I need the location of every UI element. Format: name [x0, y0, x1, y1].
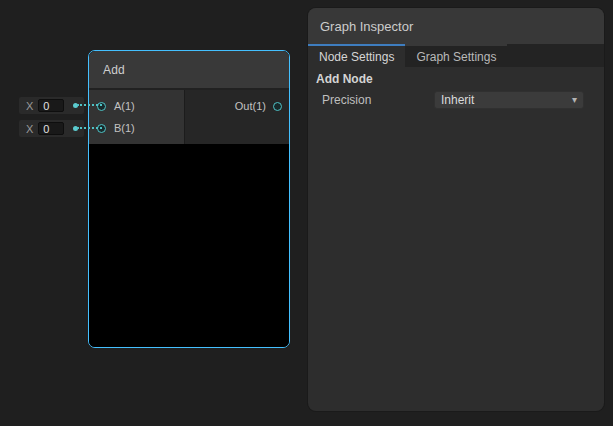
edge-dashed-line-a — [77, 104, 102, 106]
input-port-a-icon[interactable] — [97, 102, 106, 111]
output-port-label: Out(1) — [235, 100, 266, 112]
input-port-a[interactable]: A(1) — [89, 95, 184, 117]
port-a-value-field[interactable]: 0 — [38, 99, 64, 112]
node-title: Add — [103, 63, 125, 77]
port-input-widget-b: X 0 — [19, 120, 84, 137]
graph-inspector-titlebar[interactable]: Graph Inspector — [308, 8, 604, 44]
node-input-ports: A(1) B(1) — [89, 90, 184, 144]
inspector-content: Add Node Precision Inherit ▾ — [308, 67, 604, 411]
precision-label: Precision — [322, 93, 434, 107]
port-b-value-field[interactable]: 0 — [38, 122, 64, 135]
port-input-widget-a: X 0 — [19, 97, 84, 114]
inspector-tab-bar: Node Settings Graph Settings — [308, 44, 604, 67]
edge-dashed-line-b — [77, 127, 102, 129]
precision-dropdown-value: Inherit — [441, 93, 474, 107]
node-output-ports: Out(1) — [184, 90, 289, 144]
output-port-icon[interactable] — [273, 102, 282, 111]
chevron-down-icon: ▾ — [572, 95, 577, 105]
port-a-value: 0 — [43, 100, 49, 112]
input-port-a-label: A(1) — [114, 100, 135, 112]
add-node[interactable]: Add A(1) B(1) Out(1) — [88, 50, 290, 348]
output-port[interactable]: Out(1) — [185, 95, 289, 117]
port-input-axis-label: X — [26, 123, 33, 135]
tab-node-settings[interactable]: Node Settings — [308, 44, 405, 67]
tab-graph-settings-label: Graph Settings — [416, 50, 496, 64]
node-ports: A(1) B(1) Out(1) — [89, 90, 289, 144]
port-input-axis-label: X — [26, 100, 33, 112]
tab-graph-settings[interactable]: Graph Settings — [405, 44, 507, 67]
graph-inspector-panel[interactable]: Graph Inspector Node Settings Graph Sett… — [308, 8, 604, 411]
tab-node-settings-label: Node Settings — [319, 50, 394, 64]
add-node-header[interactable]: Add — [89, 51, 289, 90]
port-b-value: 0 — [43, 123, 49, 135]
shader-graph-canvas[interactable]: X 0 X 0 Add A(1) B(1) — [0, 0, 613, 426]
precision-field-row: Precision Inherit ▾ — [316, 91, 596, 109]
graph-inspector-title: Graph Inspector — [320, 19, 413, 34]
node-preview-area[interactable] — [89, 144, 289, 347]
input-port-b[interactable]: B(1) — [89, 117, 184, 139]
section-title: Add Node — [316, 72, 596, 86]
precision-dropdown[interactable]: Inherit ▾ — [434, 91, 584, 109]
input-port-b-label: B(1) — [114, 122, 135, 134]
